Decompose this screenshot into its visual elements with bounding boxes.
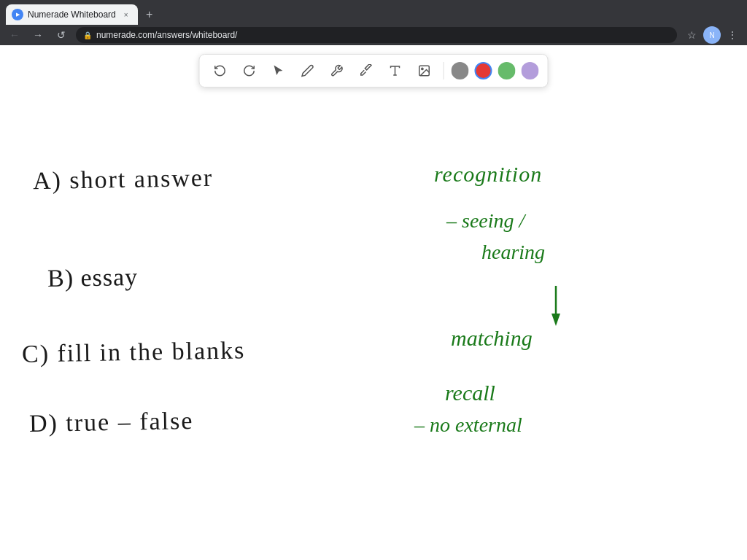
toolbar-divider (444, 62, 444, 79)
svg-point-3 (422, 68, 423, 69)
bookmark-button[interactable]: ☆ (683, 26, 700, 44)
text-tool-button[interactable] (384, 59, 407, 82)
tools-button[interactable] (325, 59, 349, 82)
green-no-external-text: – no external (414, 413, 522, 437)
color-green-button[interactable] (498, 62, 516, 79)
lock-icon: 🔒 (83, 31, 92, 39)
browser-chrome: Numerade Whiteboard × + ← → ↺ 🔒 numerade… (0, 0, 747, 45)
select-tool-button[interactable] (267, 59, 290, 82)
drawing-layer (0, 45, 747, 560)
color-gray-button[interactable] (452, 62, 469, 79)
nav-bar: ← → ↺ 🔒 numerade.com/answers/whiteboard/… (0, 25, 747, 45)
back-button[interactable]: ← (6, 26, 23, 44)
profile-icon: N (703, 26, 721, 44)
toolbar (199, 54, 549, 88)
tab-favicon (12, 9, 23, 20)
green-recognition-text: recognition (434, 162, 542, 187)
color-lavender-button[interactable] (522, 62, 539, 79)
green-matching-text: matching (451, 326, 533, 351)
menu-button[interactable]: ⋮ (724, 26, 741, 44)
whiteboard-canvas[interactable]: A) short answer B) essay C) fill in the … (0, 45, 747, 560)
green-recall-text: recall (445, 381, 495, 405)
new-tab-button[interactable]: + (141, 6, 158, 23)
avatar: N (703, 26, 721, 44)
green-hearing-text: hearing (481, 241, 545, 264)
forward-button[interactable]: → (29, 26, 47, 44)
color-red-button[interactable] (475, 62, 492, 79)
tab-close-button[interactable]: × (120, 9, 132, 20)
item-a-text: A) short answer (33, 164, 214, 195)
tab-title: Numerade Whiteboard (28, 9, 116, 20)
highlighter-button[interactable] (355, 59, 378, 82)
undo-button[interactable] (209, 59, 232, 82)
reload-button[interactable]: ↺ (53, 26, 70, 44)
address-bar[interactable]: 🔒 numerade.com/answers/whiteboard/ (76, 27, 677, 43)
image-tool-button[interactable] (413, 59, 436, 82)
item-b-text: B) essay (47, 263, 139, 292)
redo-button[interactable] (238, 59, 261, 82)
active-tab[interactable]: Numerade Whiteboard × (6, 4, 138, 25)
pen-tool-button[interactable] (296, 59, 320, 82)
svg-marker-5 (551, 314, 560, 326)
green-seeing-text: – seeing / (446, 209, 525, 233)
tab-bar: Numerade Whiteboard × + (0, 0, 747, 25)
nav-actions: ☆ N ⋮ (683, 26, 741, 44)
item-d-text: D) true – false (29, 407, 194, 438)
url-text: numerade.com/answers/whiteboard/ (96, 30, 237, 40)
item-c-text: C) fill in the blanks (22, 336, 246, 368)
